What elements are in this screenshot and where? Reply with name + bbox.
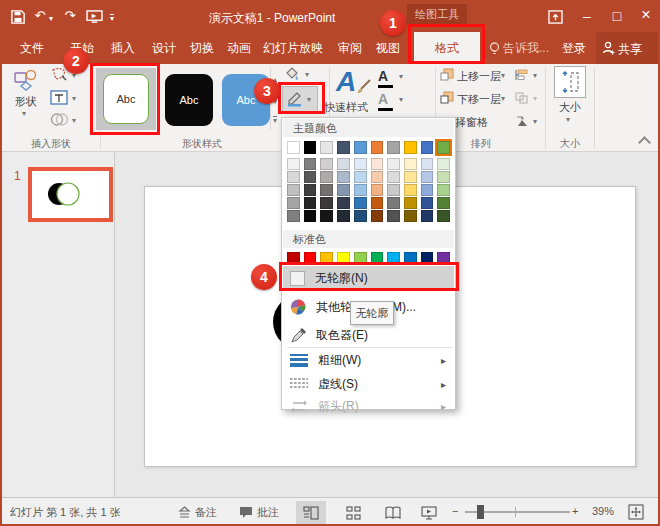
color-swatch[interactable] xyxy=(354,252,367,265)
save-icon[interactable] xyxy=(11,10,25,24)
color-swatch[interactable] xyxy=(387,252,400,265)
shape-outline-button[interactable]: ▾ xyxy=(282,86,318,112)
color-swatch[interactable] xyxy=(371,252,384,265)
send-backward-label[interactable]: 下移一层 xyxy=(457,92,501,107)
zoom-slider-thumb[interactable] xyxy=(477,505,484,519)
color-swatch[interactable] xyxy=(437,210,450,222)
color-swatch[interactable] xyxy=(320,197,333,209)
color-swatch[interactable] xyxy=(421,184,434,196)
normal-view-button[interactable] xyxy=(296,501,326,524)
color-swatch[interactable] xyxy=(354,141,367,154)
color-swatch[interactable] xyxy=(320,252,333,265)
ribbon-display-options-icon[interactable] xyxy=(548,10,563,24)
rotate-dropdown-icon[interactable]: ▾ xyxy=(533,118,537,126)
fit-to-window-icon[interactable] xyxy=(628,504,644,520)
color-swatch[interactable] xyxy=(437,141,450,154)
color-swatch[interactable] xyxy=(337,171,350,183)
rotate-icon[interactable] xyxy=(514,114,529,128)
maximize-button[interactable]: □ xyxy=(608,8,626,24)
shape-style-option-1[interactable]: Abc xyxy=(103,74,149,124)
shape-fill-button[interactable]: ▾ xyxy=(283,66,317,85)
size-dropdown-icon[interactable]: ▾ xyxy=(566,116,570,124)
gallery-more-icon[interactable]: ▾ xyxy=(273,116,277,125)
color-swatch[interactable] xyxy=(304,252,317,265)
color-swatch[interactable] xyxy=(371,210,384,222)
color-swatch[interactable] xyxy=(371,141,384,154)
color-swatch[interactable] xyxy=(354,197,367,209)
color-swatch[interactable] xyxy=(437,197,450,209)
undo-dropdown-icon[interactable]: ▾ xyxy=(49,15,53,23)
tab-animations[interactable]: 动画 xyxy=(220,32,258,64)
sign-in-button[interactable]: 登录 xyxy=(554,32,594,64)
color-swatch[interactable] xyxy=(404,141,417,154)
color-swatch[interactable] xyxy=(287,158,300,170)
align-icon[interactable] xyxy=(514,68,529,82)
color-swatch[interactable] xyxy=(354,210,367,222)
merge-shapes-dropdown-icon[interactable]: ▾ xyxy=(72,117,76,125)
color-swatch[interactable] xyxy=(304,141,317,154)
color-swatch[interactable] xyxy=(320,210,333,222)
zoom-level[interactable]: 39% xyxy=(592,505,614,517)
color-swatch[interactable] xyxy=(387,210,400,222)
text-fill-dropdown-icon[interactable]: ▾ xyxy=(399,73,403,81)
color-swatch[interactable] xyxy=(320,158,333,170)
color-swatch[interactable] xyxy=(320,184,333,196)
shapes-button[interactable]: 形状 ▾ xyxy=(6,66,46,126)
minimize-button[interactable]: – xyxy=(578,8,596,24)
color-swatch[interactable] xyxy=(320,171,333,183)
customize-qat-icon[interactable]: ▾ xyxy=(110,14,114,23)
color-swatch[interactable] xyxy=(387,197,400,209)
send-backward-dropdown-icon[interactable]: ▾ xyxy=(501,95,505,103)
color-swatch[interactable] xyxy=(421,171,434,183)
color-swatch[interactable] xyxy=(337,252,350,265)
color-swatch[interactable] xyxy=(404,197,417,209)
color-swatch[interactable] xyxy=(337,197,350,209)
color-swatch[interactable] xyxy=(437,184,450,196)
color-swatch[interactable] xyxy=(304,171,317,183)
color-swatch[interactable] xyxy=(404,171,417,183)
color-swatch[interactable] xyxy=(371,197,384,209)
tab-insert[interactable]: 插入 xyxy=(104,32,142,64)
collapse-ribbon-icon[interactable] xyxy=(638,136,651,149)
start-slideshow-icon[interactable] xyxy=(86,10,103,24)
share-button[interactable]: 共享 xyxy=(596,32,658,64)
color-swatch[interactable] xyxy=(437,171,450,183)
color-swatch[interactable] xyxy=(387,184,400,196)
text-outline-button[interactable]: A xyxy=(378,90,393,111)
text-box-dropdown-icon[interactable]: ▾ xyxy=(72,95,76,103)
color-swatch[interactable] xyxy=(287,171,300,183)
text-box-button[interactable] xyxy=(50,89,68,106)
tell-me-label[interactable]: 告诉我... xyxy=(503,32,549,64)
tab-format[interactable]: 格式 xyxy=(414,32,480,64)
bring-forward-label[interactable]: 上移一层 xyxy=(457,69,501,84)
color-swatch[interactable] xyxy=(337,184,350,196)
weight-menu-item[interactable]: 粗细(W) ▸ xyxy=(283,349,454,371)
text-fill-button[interactable]: A xyxy=(378,67,393,88)
color-swatch[interactable] xyxy=(304,210,317,222)
color-swatch[interactable] xyxy=(421,210,434,222)
color-swatch[interactable] xyxy=(337,210,350,222)
tab-review[interactable]: 审阅 xyxy=(330,32,370,64)
shape-style-option-2[interactable]: Abc xyxy=(165,74,213,126)
group-icon[interactable] xyxy=(514,91,529,105)
color-swatch[interactable] xyxy=(287,141,300,154)
color-swatch[interactable] xyxy=(371,171,384,183)
color-swatch[interactable] xyxy=(404,252,417,265)
text-outline-dropdown-icon[interactable]: ▾ xyxy=(399,96,403,104)
zoom-in-button[interactable]: + xyxy=(572,505,578,517)
color-swatch[interactable] xyxy=(421,252,434,265)
color-swatch[interactable] xyxy=(421,197,434,209)
tab-design[interactable]: 设计 xyxy=(145,32,183,64)
group-dropdown-icon[interactable]: ▾ xyxy=(533,95,537,103)
color-swatch[interactable] xyxy=(354,171,367,183)
tell-me-lightbulb-icon[interactable] xyxy=(489,42,500,56)
comments-button[interactable]: 批注 xyxy=(257,505,279,520)
tab-file[interactable]: 文件 xyxy=(12,32,52,64)
arrows-menu-item[interactable]: 箭头(R) ▸ xyxy=(283,396,454,417)
selection-pane-label[interactable]: 择窗格 xyxy=(455,115,488,130)
color-swatch[interactable] xyxy=(421,141,434,154)
color-swatch[interactable] xyxy=(437,158,450,170)
color-swatch[interactable] xyxy=(304,184,317,196)
redo-button[interactable]: ↷ xyxy=(62,9,78,23)
color-swatch[interactable] xyxy=(304,197,317,209)
